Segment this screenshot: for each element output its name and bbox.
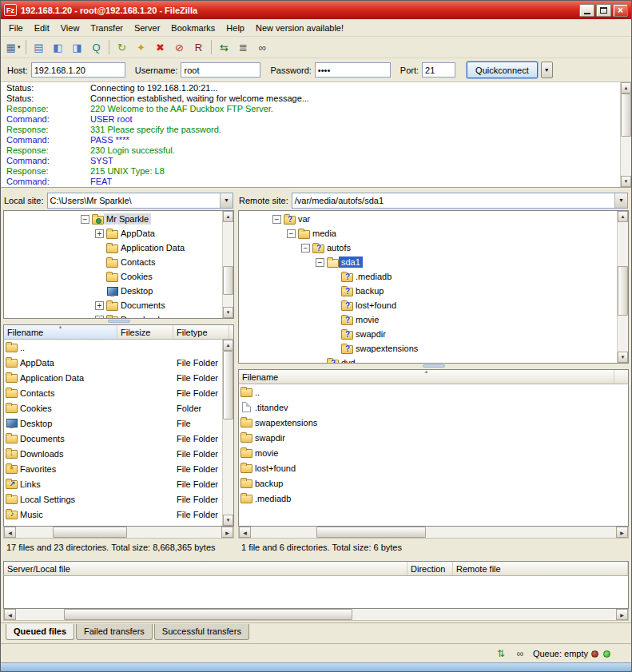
queue-hscrollbar[interactable]: ◀ ▶ <box>3 609 629 621</box>
disconnect-button[interactable]: ⊘ <box>170 38 189 56</box>
column-header-remote-file[interactable]: Remote file <box>453 562 628 575</box>
remote-tree-item-swapdir[interactable]: swapdir <box>239 327 617 341</box>
remote-tree-item-swapextensions[interactable]: swapextensions <box>239 341 617 356</box>
remote-tree-item-mediadb[interactable]: .mediadb <box>239 269 617 284</box>
menu-view[interactable]: View <box>55 21 85 35</box>
remote-tree-scrollbar[interactable]: ▲ ▼ <box>617 211 628 363</box>
remote-splitter-sash[interactable] <box>238 364 629 369</box>
transfer-queue-body[interactable] <box>3 576 629 609</box>
local-tree-item-desktop[interactable]: Desktop <box>4 284 222 298</box>
file-row-backup[interactable]: backup <box>239 475 628 491</box>
column-header-filename[interactable]: Filename <box>239 370 614 384</box>
file-row-contacts[interactable]: ContactsFile Folder <box>4 385 222 400</box>
file-row-music[interactable]: MusicFile Folder <box>4 507 222 522</box>
file-row-movie[interactable]: movie <box>239 445 628 460</box>
chevron-down-icon[interactable]: ▼ <box>614 193 627 208</box>
tree-expander-minus-icon[interactable]: − <box>301 244 310 252</box>
column-header-filetype[interactable]: Filetype <box>173 325 229 339</box>
scrollbar-track[interactable] <box>618 222 628 352</box>
find-files-button[interactable]: ∞ <box>253 38 272 56</box>
scroll-down-icon[interactable]: ▼ <box>223 307 233 318</box>
scrollbar-thumb[interactable] <box>316 527 426 538</box>
view-filters-button[interactable]: ≣ <box>234 38 252 56</box>
file-row-mediadb[interactable]: .mediadb <box>239 491 628 506</box>
file-row-local-settings[interactable]: Local SettingsFile Folder <box>4 491 222 507</box>
menu-server[interactable]: Server <box>129 21 165 35</box>
port-input[interactable] <box>422 62 455 78</box>
scroll-down-icon[interactable]: ▼ <box>618 352 628 363</box>
speed-limits-icon[interactable]: ⇅ <box>495 647 507 659</box>
local-tree-item-cookies[interactable]: Cookies <box>4 269 222 284</box>
toggle-remote-tree-button[interactable]: ◨ <box>68 38 86 56</box>
host-input[interactable] <box>31 62 125 78</box>
scrollbar-track[interactable] <box>251 527 616 538</box>
sash-grip[interactable] <box>423 364 445 368</box>
refresh-button[interactable]: ↻ <box>113 38 131 56</box>
titlebar[interactable]: Fz 192.168.1.20 - root@192.168.1.20 - Fi… <box>1 1 631 19</box>
local-tree-item-contacts[interactable]: Contacts <box>4 255 222 269</box>
remote-tree-item-sda1[interactable]: −sda1 <box>239 255 617 269</box>
remote-tree-item-lost-found[interactable]: lost+found <box>239 298 617 312</box>
tree-expander-minus-icon[interactable]: − <box>316 258 324 267</box>
process-queue-button[interactable]: ✦ <box>132 38 150 56</box>
scroll-right-icon[interactable]: ▶ <box>616 609 628 620</box>
file-row-parent-dir[interactable]: .. <box>4 340 222 355</box>
tab-failed-transfers[interactable]: Failed transfers <box>76 624 153 640</box>
remote-site-combo[interactable]: /var/media/autofs/sda1 ▼ <box>292 193 628 209</box>
local-tree-item-application-data[interactable]: Application Data <box>4 241 222 255</box>
column-header-filename[interactable]: Filename <box>4 325 117 339</box>
scroll-left-icon[interactable]: ◀ <box>4 527 16 538</box>
scrollbar-track[interactable] <box>16 527 221 538</box>
remote-tree-item-movie[interactable]: movie <box>239 312 617 327</box>
file-row-swapextensions[interactable]: swapextensions <box>239 415 628 430</box>
scrollbar-track[interactable] <box>16 609 616 620</box>
scroll-up-icon[interactable]: ▲ <box>223 211 233 222</box>
file-row-links[interactable]: LinksFile Folder <box>4 476 222 491</box>
local-site-combo[interactable]: C:\Users\Mr Sparkle\ ▼ <box>47 193 233 209</box>
scrollbar-thumb[interactable] <box>618 266 628 316</box>
menu-help[interactable]: Help <box>221 21 250 35</box>
sash-grip[interactable] <box>108 320 130 323</box>
quickconnect-button[interactable]: Quickconnect <box>467 62 538 78</box>
scrollbar-track[interactable] <box>223 351 233 515</box>
scrollbar-thumb[interactable] <box>53 527 127 538</box>
local-tree-item-appdata[interactable]: +AppData <box>4 226 222 241</box>
file-row-cookies[interactable]: CookiesFolder <box>4 400 222 416</box>
scroll-up-icon[interactable]: ▲ <box>621 82 631 93</box>
remote-tree-item-media[interactable]: −media <box>239 226 617 241</box>
scroll-right-icon[interactable]: ▶ <box>616 527 628 538</box>
directory-comparison-button[interactable]: ⇆ <box>215 38 233 56</box>
file-row-application-data[interactable]: Application DataFile Folder <box>4 370 222 385</box>
scroll-left-icon[interactable]: ◀ <box>239 527 251 538</box>
toggle-queue-button[interactable]: Q <box>87 38 105 56</box>
quickconnect-dropdown-button[interactable]: ▼ <box>541 62 553 78</box>
scroll-down-icon[interactable]: ▼ <box>621 176 631 187</box>
menu-new-version-available[interactable]: New version available! <box>250 21 349 35</box>
scroll-down-icon[interactable]: ▼ <box>223 515 233 526</box>
local-splitter-sash[interactable] <box>3 319 234 324</box>
file-row-titandev[interactable]: .titandev <box>239 400 628 415</box>
tree-expander-minus-icon[interactable]: − <box>272 215 281 224</box>
scroll-right-icon[interactable]: ▶ <box>221 527 233 538</box>
scroll-up-icon[interactable]: ▲ <box>618 211 628 222</box>
file-row-desktop[interactable]: DesktopFile <box>4 416 222 431</box>
file-row-documents[interactable]: DocumentsFile Folder <box>4 431 222 446</box>
scrollbar-thumb[interactable] <box>223 266 233 295</box>
scroll-left-icon[interactable]: ◀ <box>4 609 16 620</box>
file-row-appdata[interactable]: AppDataFile Folder <box>4 355 222 370</box>
local-tree-item-documents[interactable]: +Documents <box>4 298 222 312</box>
maximize-button[interactable] <box>596 4 611 17</box>
scrollbar-track[interactable] <box>621 93 631 176</box>
tree-expander-plus-icon[interactable]: + <box>95 316 104 319</box>
column-header-direction[interactable]: Direction <box>407 562 453 575</box>
remote-tree-item-autofs[interactable]: −autofs <box>239 241 617 255</box>
local-tree-item-mr-sparkle[interactable]: −Mr Sparkle <box>4 212 222 226</box>
reconnect-button[interactable]: R <box>189 38 208 56</box>
toggle-message-log-button[interactable]: ▤ <box>30 38 48 56</box>
tree-expander-plus-icon[interactable]: + <box>95 229 104 238</box>
tab-successful-transfers[interactable]: Successful transfers <box>154 624 249 640</box>
file-row-parent-dir[interactable]: .. <box>239 384 628 400</box>
password-input[interactable] <box>315 62 391 78</box>
menu-bookmarks[interactable]: Bookmarks <box>165 21 221 35</box>
remote-tree-item-backup[interactable]: backup <box>239 284 617 298</box>
